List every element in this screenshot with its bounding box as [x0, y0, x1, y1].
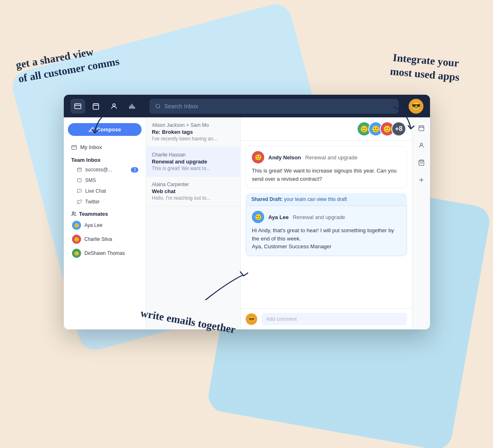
my-inbox-label: My Inbox — [80, 144, 102, 150]
draft-sender-tag: Renewal and upgrade — [293, 214, 345, 220]
teammate-deshawn[interactable]: 🙂 DeShawn Thomas — [68, 247, 142, 260]
right-shopify-icon[interactable] — [415, 156, 428, 169]
channel-twitter-label: Twitter — [85, 199, 100, 205]
draft-header: 🙂 Aya Lee Renewal and upgrade — [252, 211, 401, 223]
svg-rect-0 — [75, 104, 81, 109]
right-add-icon[interactable] — [415, 173, 428, 187]
right-icon-panel — [412, 117, 430, 329]
search-placeholder: Search Inbox — [164, 103, 198, 110]
message-body-1: This is great! We want to increase signu… — [252, 167, 401, 183]
svg-rect-4 — [72, 145, 77, 149]
inbox-sender-2: Charlie Hassan — [152, 152, 235, 158]
draft-signature: Aya, Customer Success Manager — [252, 243, 331, 250]
sidebar-channel-sms[interactable]: SMS — [68, 175, 142, 185]
nav-inbox-icon[interactable] — [70, 99, 85, 114]
sidebar-channel-success[interactable]: success@... 3 — [68, 165, 142, 175]
search-bar[interactable]: Search Inbox — [149, 99, 399, 114]
shared-draft-container: Shared Draft: your team can view this dr… — [246, 193, 407, 256]
teammate-charlie[interactable]: 🙂 Charlie Silva — [68, 233, 142, 246]
conversation-messages: 🙂 Andy Nelson Renewal and upgrade This i… — [241, 141, 412, 308]
svg-point-7 — [72, 212, 74, 214]
teammate-aya-avatar: 🙂 — [72, 221, 81, 230]
sidebar: Compose My Inbox Team Inbox success@... … — [64, 117, 146, 329]
sidebar-channel-livechat[interactable]: Live Chat — [68, 186, 142, 196]
channel-livechat-label: Live Chat — [85, 188, 106, 194]
teammates-label: Teammates — [79, 211, 108, 217]
draft-avatar: 🙂 — [252, 211, 264, 223]
comment-area: 😎 Add comment — [241, 308, 412, 329]
sidebar-my-inbox[interactable]: My Inbox — [68, 142, 142, 153]
teammate-charlie-avatar: 🙂 — [72, 235, 81, 244]
inbox-subject-2: Renewal and upgrade — [152, 159, 235, 165]
annotation-top-right: Integrate yourmost used apps — [389, 51, 461, 84]
arrow-right — [386, 103, 419, 136]
svg-rect-5 — [77, 168, 81, 171]
message-name-1: Andy Nelson — [268, 154, 301, 161]
inbox-subject-1: Re: Broken tags — [152, 129, 235, 135]
teammate-aya[interactable]: 🙂 Aya Lee — [68, 219, 142, 232]
teammate-deshawn-name: DeShawn Thomas — [84, 250, 125, 256]
svg-point-3 — [156, 104, 160, 107]
nav-analytics-icon[interactable] — [125, 99, 140, 114]
right-contact-icon[interactable] — [415, 139, 428, 152]
team-inbox-label: Team Inbox — [68, 154, 142, 165]
arrow-bottom — [202, 267, 251, 308]
inbox-sender-1: Alison Jackson > Sam Mo — [152, 122, 235, 128]
message-header-1: 🙂 Andy Nelson Renewal and upgrade — [252, 151, 401, 163]
svg-rect-8 — [419, 126, 424, 131]
inbox-item-2[interactable]: Charlie Hassan Renewal and upgrade This … — [146, 147, 240, 177]
inbox-item-1[interactable]: Alison Jackson > Sam Mo Re: Broken tags … — [146, 117, 240, 147]
inbox-preview-2: This is great! We want to... — [152, 166, 235, 171]
teammate-charlie-name: Charlie Silva — [84, 236, 112, 242]
comment-avatar: 😎 — [246, 313, 257, 325]
comment-placeholder: Add comment — [266, 316, 297, 322]
inbox-item-3[interactable]: Alaina Carpenter Web chat Hello, I'm rea… — [146, 177, 240, 206]
teammate-aya-name: Aya Lee — [84, 222, 102, 228]
draft-banner-sub: your team can view this draft — [284, 196, 347, 202]
draft-banner-label: Shared Draft: — [251, 196, 283, 202]
draft-bubble: 🙂 Aya Lee Renewal and upgrade Hi Andy, t… — [246, 205, 407, 256]
teammate-deshawn-avatar: 🙂 — [72, 249, 81, 258]
svg-point-2 — [113, 104, 115, 106]
svg-rect-6 — [78, 179, 81, 182]
channel-sms-label: SMS — [85, 177, 96, 183]
draft-body: Hi Andy, that's great to hear! I will pu… — [252, 226, 401, 251]
arrow-left — [86, 107, 119, 140]
inbox-subject-3: Web chat — [152, 188, 235, 194]
comment-input[interactable]: Add comment — [261, 313, 407, 325]
shared-draft-banner: Shared Draft: your team can view this dr… — [246, 193, 407, 205]
inbox-preview-3: Hello, I'm reaching out to... — [152, 195, 235, 201]
inbox-preview-1: I've recently been having an... — [152, 136, 235, 142]
channel-success-label: success@... — [85, 167, 112, 173]
message-tag-1: Renewal and upgrade — [305, 154, 357, 161]
draft-body-text: Hi Andy, that's great to hear! I will pu… — [252, 227, 394, 242]
message-bubble-1: 🙂 Andy Nelson Renewal and upgrade This i… — [246, 146, 407, 188]
sidebar-channel-twitter[interactable]: Twitter — [68, 197, 142, 207]
teammates-section: Teammates — [68, 208, 142, 219]
message-avatar-1: 🙂 — [252, 151, 264, 163]
svg-point-9 — [420, 143, 422, 145]
inbox-sender-3: Alaina Carpenter — [152, 182, 235, 187]
draft-sender-name: Aya Lee — [268, 214, 288, 220]
channel-success-badge: 3 — [131, 167, 138, 173]
conversation-area: 🙂 🙂 🙂 +8 🙂 Andy Nelson Renewal and upgra… — [241, 117, 412, 329]
